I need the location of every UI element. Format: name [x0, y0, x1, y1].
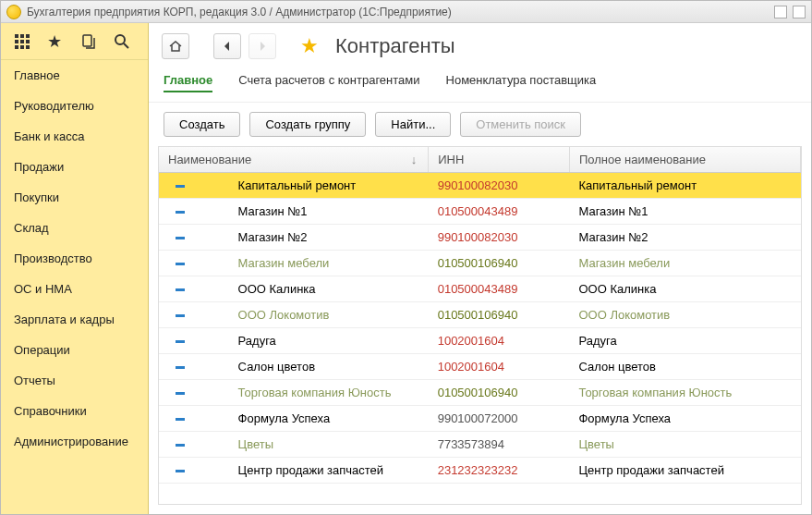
window-controls-icon[interactable] [774, 6, 787, 18]
table-row[interactable]: Капитальный ремонт990100082030Капитальны… [159, 173, 801, 199]
cell-inn: 1002001604 [429, 328, 570, 354]
table-row[interactable]: Магазин мебели010500106940Магазин мебели [159, 251, 801, 276]
cell-name: Магазин №1 [201, 199, 429, 225]
sidebar-item-5[interactable]: Склад [1, 213, 148, 243]
cell-full: Магазин №2 [569, 225, 800, 251]
table-row[interactable]: Торговая компания Юность010500106940Торг… [159, 380, 801, 406]
item-icon [176, 340, 185, 343]
cell-full: ООО Калинка [569, 276, 800, 302]
sidebar-item-7[interactable]: ОС и НМА [1, 274, 148, 304]
sort-asc-icon: ↓ [411, 153, 418, 166]
cell-inn: 990100082030 [429, 173, 570, 199]
table-row[interactable]: Магазин №1010500043489Магазин №1 [159, 199, 801, 225]
toolbar: ★ Контрагенты [149, 23, 811, 69]
sidebar-item-10[interactable]: Отчеты [1, 365, 148, 396]
cell-full: Магазин мебели [569, 251, 800, 276]
item-icon [176, 470, 185, 472]
cell-full: ООО Локомотив [569, 302, 800, 328]
sidebar-item-8[interactable]: Зарплата и кадры [1, 304, 148, 335]
item-icon [176, 237, 185, 239]
cell-full: Капитальный ремонт [569, 173, 800, 199]
item-icon [176, 314, 185, 317]
table-container[interactable]: Наименование↓ ИНН Полное наименование Ка… [158, 146, 802, 505]
svg-rect-4 [20, 40, 24, 43]
history-icon[interactable] [80, 33, 97, 50]
item-icon [176, 392, 185, 395]
sidebar-item-12[interactable]: Администрирование [1, 426, 148, 457]
page-title: Контрагенты [335, 34, 455, 58]
cell-full: Салон цветов [569, 354, 800, 380]
table-row[interactable]: Салон цветов1002001604Салон цветов [159, 354, 801, 380]
tab-2[interactable]: Номенклатура поставщика [446, 69, 597, 92]
forward-button [248, 33, 276, 59]
app-logo-icon [6, 5, 21, 19]
cell-name: Салон цветов [201, 354, 429, 380]
table-row[interactable]: Формула Успеха990100072000Формула Успеха [159, 406, 801, 432]
item-icon [176, 366, 185, 369]
svg-rect-3 [15, 40, 18, 43]
window-title: Бухгалтерия предприятия КОРП, редакция 3… [27, 6, 452, 18]
cell-full: Радуга [569, 328, 800, 354]
cell-name: ООО Калинка [201, 276, 429, 302]
svg-rect-6 [15, 45, 18, 49]
cell-inn: 010500043489 [429, 276, 570, 302]
cell-inn: 010500106940 [429, 251, 570, 276]
cell-name: Капитальный ремонт [201, 173, 429, 199]
tab-0[interactable]: Главное [164, 69, 212, 92]
favorite-star-icon[interactable]: ★ [300, 34, 319, 58]
table-row[interactable]: Центр продажи запчастей231232323232Центр… [159, 458, 801, 484]
item-icon [176, 211, 185, 214]
cell-inn: 010500043489 [429, 199, 570, 225]
apps-icon[interactable] [14, 33, 30, 50]
cell-full: Торговая компания Юность [569, 380, 800, 406]
svg-line-11 [124, 43, 128, 48]
cell-name: ООО Локомотив [201, 302, 429, 328]
sidebar: ★ ГлавноеРуководителюБанк и кассаПродажи… [1, 23, 149, 514]
find-button[interactable]: Найти... [375, 112, 451, 137]
sidebar-item-11[interactable]: Справочники [1, 396, 148, 426]
titlebar: Бухгалтерия предприятия КОРП, редакция 3… [1, 1, 811, 23]
table-row[interactable]: Магазин №2990100082030Магазин №2 [159, 225, 801, 251]
svg-point-10 [115, 35, 125, 44]
item-icon [176, 263, 185, 265]
table-row[interactable]: ООО Калинка010500043489ООО Калинка [159, 276, 801, 302]
table-row[interactable]: Цветы7733573894Цветы [159, 432, 801, 458]
button-row: Создать Создать группу Найти... Отменить… [149, 103, 811, 146]
sidebar-item-3[interactable]: Продажи [1, 152, 148, 182]
svg-rect-8 [26, 45, 30, 49]
window-controls-icon[interactable] [793, 6, 806, 18]
sidebar-item-9[interactable]: Операции [1, 335, 148, 365]
sidebar-item-1[interactable]: Руководителю [1, 91, 148, 121]
cell-full: Цветы [569, 432, 800, 458]
sidebar-item-6[interactable]: Производство [1, 243, 148, 274]
create-group-button[interactable]: Создать группу [249, 112, 366, 137]
item-icon [176, 185, 185, 188]
cell-name: Торговая компания Юность [201, 380, 429, 406]
col-full[interactable]: Полное наименование [569, 147, 800, 173]
svg-rect-1 [20, 34, 24, 38]
back-button[interactable] [213, 33, 241, 59]
cell-full: Формула Успеха [569, 406, 800, 432]
cell-name: Формула Успеха [201, 406, 429, 432]
item-icon [176, 444, 185, 447]
col-name[interactable]: Наименование↓ [159, 147, 429, 173]
sidebar-item-0[interactable]: Главное [1, 60, 148, 91]
cell-full: Центр продажи запчастей [569, 458, 800, 484]
table-row[interactable]: Радуга1002001604Радуга [159, 328, 801, 354]
cell-inn: 010500106940 [429, 302, 570, 328]
cell-name: Магазин №2 [201, 225, 429, 251]
tab-1[interactable]: Счета расчетов с контрагентами [238, 69, 419, 92]
cell-inn: 7733573894 [429, 432, 570, 458]
cell-inn: 1002001604 [429, 354, 570, 380]
star-icon[interactable]: ★ [47, 33, 64, 50]
home-button[interactable] [162, 33, 189, 59]
table-row[interactable]: ООО Локомотив010500106940ООО Локомотив [159, 302, 801, 328]
sidebar-item-2[interactable]: Банк и касса [1, 121, 148, 152]
counterparties-table: Наименование↓ ИНН Полное наименование Ка… [159, 147, 801, 484]
search-icon[interactable] [114, 33, 130, 50]
create-button[interactable]: Создать [164, 112, 240, 137]
svg-rect-0 [15, 34, 18, 38]
col-inn[interactable]: ИНН [429, 147, 570, 173]
item-icon [176, 288, 185, 291]
sidebar-item-4[interactable]: Покупки [1, 182, 148, 213]
